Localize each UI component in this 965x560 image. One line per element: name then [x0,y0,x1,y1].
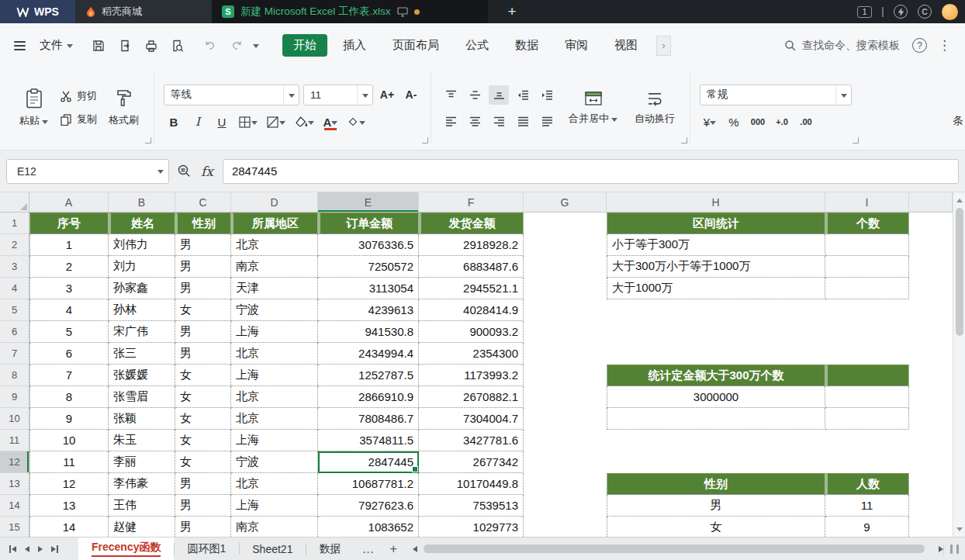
cell-H9[interactable]: 3000000 [607,386,825,408]
merge-center-button[interactable]: 合并居中 [563,88,623,127]
cell-B14[interactable]: 王伟 [109,495,175,517]
row-header-11[interactable]: 11 [0,430,29,451]
cell-D12[interactable]: 宁波 [231,451,318,473]
cell-E8[interactable]: 1252787.5 [318,365,419,386]
distribute-button[interactable] [537,112,557,131]
cell-G12[interactable] [524,451,607,473]
increase-decimal-button[interactable]: +.0 [772,112,792,132]
cell-I2[interactable] [825,234,909,256]
cell-H10[interactable] [607,408,825,430]
print-preview-button[interactable] [168,36,188,56]
cell-F9[interactable]: 2670882.1 [419,386,524,408]
cell-F14[interactable]: 7539513 [419,495,524,517]
row-header-10[interactable]: 10 [0,408,29,430]
align-bottom-button[interactable] [489,85,509,105]
formula-input[interactable]: 2847445 [223,159,959,184]
cell-C10[interactable]: 女 [175,408,231,430]
font-color-button[interactable]: A [320,112,341,132]
cell-E10[interactable]: 7808486.7 [318,408,419,430]
cell-I3[interactable] [825,256,909,278]
row-header-2[interactable]: 2 [0,234,29,256]
cell-D10[interactable]: 北京 [231,408,318,430]
cell-B7[interactable]: 张三 [109,343,175,365]
cut-button[interactable]: 剪切 [60,89,97,103]
copy-button[interactable]: 复制 [60,112,97,126]
cell-D8[interactable]: 上海 [231,365,318,386]
cell-E5[interactable]: 4239613 [318,299,419,321]
row-header-3[interactable]: 3 [0,256,29,278]
cell-H12[interactable] [607,451,825,473]
vertical-scrollbar[interactable] [953,192,965,537]
cell-I1[interactable]: 个数 [825,213,909,234]
account-avatar[interactable] [942,4,958,20]
cell-A12[interactable]: 11 [29,451,109,473]
cell-F2[interactable]: 2918928.2 [419,234,524,256]
currency-format-button[interactable]: ¥ [700,112,720,132]
decrease-decimal-button[interactable]: .00 [796,112,816,132]
cell-D2[interactable]: 北京 [231,234,318,256]
cell-D9[interactable]: 北京 [231,386,318,408]
percent-format-button[interactable]: % [724,112,744,132]
cell-H6[interactable] [607,321,825,343]
cell-I13[interactable]: 人数 [825,473,909,495]
cell-E1[interactable]: 订单金额 [318,213,419,234]
row-header-8[interactable]: 8 [0,365,29,386]
cell-A15[interactable]: 14 [29,517,109,537]
more-sheets-button[interactable]: … [354,538,382,560]
row-header-4[interactable]: 4 [0,278,29,299]
row-header-12[interactable]: 12 [0,451,29,473]
cell-C9[interactable]: 女 [175,386,231,408]
cell-A10[interactable]: 9 [29,408,109,430]
align-center-button[interactable] [465,112,485,131]
column-header-B[interactable]: B [109,192,175,213]
cell-E13[interactable]: 10687781.2 [318,473,419,495]
cell-F1[interactable]: 发货金额 [419,213,524,234]
cell-B6[interactable]: 宋广伟 [109,321,175,343]
paste-dropdown-icon[interactable] [42,120,48,127]
thousands-separator-button[interactable]: 000 [748,112,768,132]
cell-D5[interactable]: 宁波 [231,299,318,321]
cell-B4[interactable]: 孙家鑫 [109,278,175,299]
cell-I5[interactable] [825,299,909,321]
name-box[interactable]: E12 [6,159,169,184]
cell-H4[interactable]: 大于1000万 [607,278,825,299]
increase-indent-button[interactable] [537,85,557,105]
cell-B1[interactable]: 姓名 [109,213,175,234]
cell-G6[interactable] [524,321,607,343]
column-header-I[interactable]: I [825,192,909,213]
cell-E2[interactable]: 3076336.5 [318,234,419,256]
cell-B8[interactable]: 张媛媛 [109,365,175,386]
cell-A11[interactable]: 10 [29,430,109,451]
cell-F4[interactable]: 2945521.1 [419,278,524,299]
cell-H13[interactable]: 性别 [607,473,825,495]
cell-A6[interactable]: 5 [29,321,109,343]
cell-I6[interactable] [825,321,909,343]
cell-C8[interactable]: 女 [175,365,231,386]
cell-I9[interactable] [825,386,909,408]
cell-F7[interactable]: 2354300 [419,343,524,365]
cell-C11[interactable]: 女 [175,430,231,451]
cell-G2[interactable] [524,234,607,256]
row-header-6[interactable]: 6 [0,321,29,343]
menu-tab-视图[interactable]: 视图 [604,34,649,57]
bold-button[interactable]: B [164,112,184,132]
cell-B5[interactable]: 孙林 [109,299,175,321]
cell-B10[interactable]: 张颖 [109,408,175,430]
toolbar-expand-icon[interactable] [253,44,259,51]
column-header-D[interactable]: D [231,192,318,213]
cell-I10[interactable] [825,408,909,430]
redo-button[interactable] [227,36,247,56]
select-all-corner[interactable] [0,192,29,213]
cell-B2[interactable]: 刘伟力 [109,234,175,256]
format-painter-button[interactable]: 格式刷 [103,87,144,129]
cell-E11[interactable]: 3574811.5 [318,430,419,451]
decrease-indent-button[interactable] [513,85,533,105]
cell-C12[interactable]: 女 [175,451,231,473]
row-header-5[interactable]: 5 [0,299,29,321]
vertical-scroll-thumb[interactable] [956,208,963,336]
cell-G5[interactable] [524,299,607,321]
scroll-left-button[interactable] [413,546,417,552]
sheet-tab-Frecency函数[interactable]: Frecency函数 [78,538,174,560]
scroll-down-button[interactable] [953,524,965,537]
cell-H14[interactable]: 男 [607,495,825,517]
